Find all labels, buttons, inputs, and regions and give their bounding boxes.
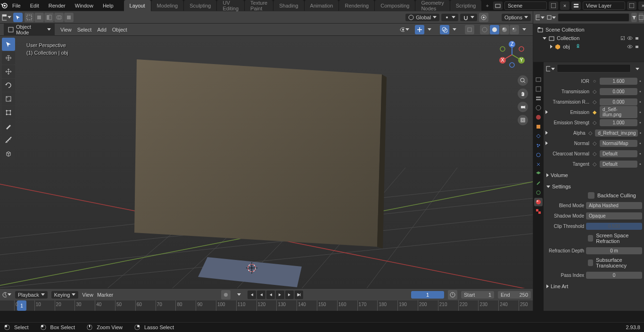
menu-help[interactable]: Help	[98, 0, 118, 11]
prop-value-2[interactable]: 0.000	[600, 98, 637, 105]
menu-edit[interactable]: Edit	[25, 0, 44, 11]
select-menu[interactable]: Select	[77, 27, 92, 32]
tab-geometry-nodes[interactable]: Geometry Nodes	[415, 0, 449, 11]
timeline-editor-type[interactable]	[2, 290, 11, 300]
tool-add-cube[interactable]	[2, 147, 15, 160]
playhead[interactable]: 1	[17, 300, 26, 311]
socket-dot[interactable]: ○	[591, 78, 598, 84]
prop-value-0[interactable]: 1.600	[600, 78, 637, 85]
outliner-new-collection[interactable]	[639, 13, 644, 22]
zoom-button[interactable]	[518, 75, 528, 86]
expand-icon[interactable]	[550, 45, 553, 49]
ptab-object[interactable]	[534, 122, 543, 131]
prop-value-5[interactable]: d_Refract_inv.png	[595, 130, 637, 137]
tab-compositing[interactable]: Compositing	[375, 0, 415, 11]
socket-dot[interactable]: ◇	[591, 161, 598, 167]
socket-dot[interactable]: ◇	[591, 151, 598, 157]
gizmo-toggle-icon[interactable]	[415, 25, 424, 34]
ptab-world[interactable]	[534, 113, 543, 121]
menu-window[interactable]: Window	[70, 0, 98, 11]
ptab-material[interactable]	[534, 198, 543, 206]
tab-uv-editing[interactable]: UV Editing	[217, 0, 244, 11]
play-button[interactable]	[276, 291, 284, 299]
socket-dot[interactable]: ◆	[591, 109, 598, 115]
socket-dot[interactable]: ◇	[591, 140, 598, 146]
prop-value-6[interactable]: Normal/Map	[600, 140, 637, 147]
subsurface-translucency-checkbox[interactable]: Subsurface Translucency	[545, 256, 642, 269]
playback-menu[interactable]: Playback	[15, 291, 48, 299]
prev-keyframe-button[interactable]	[257, 291, 265, 299]
outliner-editor-type[interactable]	[535, 13, 545, 22]
viewlayer-name-field[interactable]: View Layer	[583, 1, 625, 10]
outliner-display-mode[interactable]	[546, 13, 556, 22]
tool-scale[interactable]	[2, 92, 15, 105]
select-all-toggle-icon[interactable]	[25, 13, 34, 22]
select-intersect-icon[interactable]	[54, 13, 64, 22]
editor-type-dropdown[interactable]	[2, 13, 11, 22]
timeline-ruler[interactable]: 1 01020304050607080901001101201301401501…	[0, 300, 533, 311]
outliner-search-input[interactable]	[558, 13, 629, 22]
screen-space-refraction-checkbox[interactable]: Screen Space Refraction	[545, 232, 642, 245]
section-line-art[interactable]: Line Art	[545, 282, 642, 291]
exclude-checkbox[interactable]: ☑	[620, 35, 625, 41]
shading-solid-icon[interactable]	[490, 25, 499, 34]
backface-culling-checkbox[interactable]: Backface Culling	[545, 191, 642, 200]
add-menu[interactable]: Add	[97, 27, 107, 32]
tab-layout[interactable]: Layout	[124, 0, 151, 11]
perspective-toggle-button[interactable]	[518, 115, 528, 125]
new-scene-button[interactable]	[549, 1, 558, 10]
shading-dropdown[interactable]	[520, 25, 529, 34]
ptab-output[interactable]	[534, 85, 543, 93]
shading-wireframe-icon[interactable]	[480, 25, 489, 34]
socket-dot[interactable]: ◇	[591, 120, 598, 126]
timeline-marker-menu[interactable]: Marker	[97, 292, 113, 298]
ptab-bone-constraint[interactable]	[534, 188, 543, 197]
ptab-physics[interactable]	[534, 151, 543, 159]
options-dropdown[interactable]: Options	[502, 14, 531, 21]
prop-value-4[interactable]: 1.000	[600, 119, 637, 126]
shadow-mode-dropdown[interactable]: Opaque	[586, 212, 642, 219]
prop-value-8[interactable]: Default	[600, 161, 637, 168]
timeline-view-menu[interactable]: View	[82, 292, 93, 298]
expand-icon[interactable]	[545, 141, 548, 145]
pivot-dropdown[interactable]	[441, 14, 458, 21]
shading-material-icon[interactable]	[500, 25, 509, 34]
visibility-dropdown[interactable]	[400, 25, 409, 34]
section-volume[interactable]: Volume	[545, 170, 642, 180]
hide-viewport-icon[interactable]	[627, 44, 633, 49]
ptab-modifiers[interactable]	[534, 132, 543, 140]
tab-shading[interactable]: Shading	[273, 0, 304, 11]
disable-render-icon[interactable]	[635, 35, 640, 41]
ptab-constraints[interactable]	[534, 160, 543, 169]
proportional-edit-icon[interactable]	[479, 13, 488, 22]
tab-animation[interactable]: Animation	[305, 0, 339, 11]
jump-end-button[interactable]	[295, 291, 303, 299]
tab-sculpting[interactable]: Sculpting	[184, 0, 216, 11]
socket-dot[interactable]: ◇	[591, 89, 598, 95]
select-subtract-icon[interactable]	[64, 13, 74, 22]
scene-name-field[interactable]: Scene	[504, 1, 547, 10]
section-settings[interactable]: Settings	[545, 182, 642, 191]
menu-render[interactable]: Render	[44, 0, 70, 11]
tool-rotate[interactable]	[2, 79, 15, 92]
frame-lock-icon[interactable]	[448, 290, 457, 300]
expand-icon[interactable]	[543, 37, 546, 40]
ptab-scene[interactable]	[534, 104, 543, 112]
next-keyframe-button[interactable]	[285, 291, 294, 299]
xray-toggle-icon[interactable]	[465, 25, 474, 34]
object-mode-dropdown[interactable]: Object Mode	[4, 23, 55, 36]
disable-render-icon[interactable]	[635, 44, 640, 49]
delete-scene-button[interactable]: ×	[560, 1, 570, 10]
camera-view-button[interactable]	[518, 102, 528, 112]
tree-object-obj[interactable]: obj	[535, 42, 642, 51]
hide-viewport-icon[interactable]	[627, 35, 633, 41]
properties-editor-type[interactable]	[545, 64, 555, 73]
object-menu[interactable]: Object	[112, 27, 127, 32]
ptab-render[interactable]	[534, 75, 543, 84]
autokey-dropdown[interactable]	[234, 290, 244, 300]
ptab-mesh[interactable]	[534, 170, 543, 178]
shading-rendered-icon[interactable]	[510, 25, 519, 34]
ptab-bone[interactable]	[534, 179, 543, 187]
outliner-filter-button[interactable]	[631, 13, 637, 22]
refraction-depth-field[interactable]: 0 m	[586, 247, 642, 254]
